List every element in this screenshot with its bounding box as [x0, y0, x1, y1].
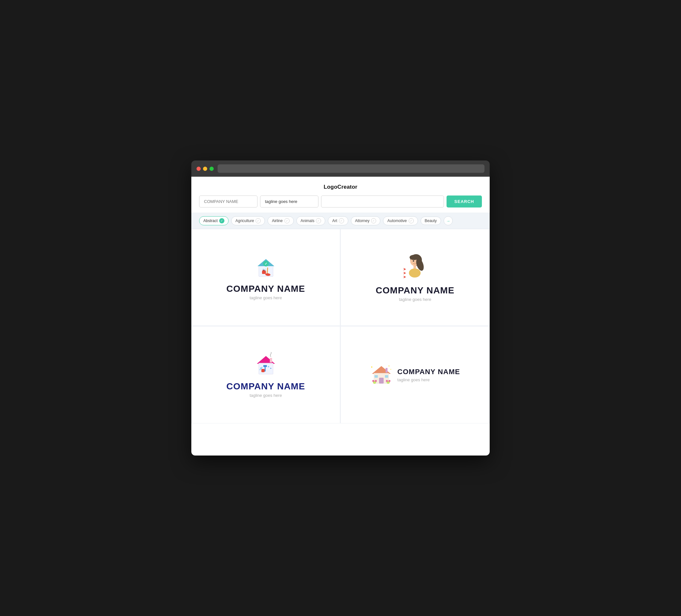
- svg-point-14: [409, 255, 419, 260]
- svg-rect-26: [261, 369, 264, 372]
- svg-rect-25: [263, 365, 267, 367]
- svg-marker-32: [372, 366, 391, 374]
- logo4-company-name: COMPANY NAME: [397, 368, 460, 376]
- maximize-button[interactable]: [209, 166, 214, 171]
- close-button[interactable]: [197, 166, 201, 171]
- category-chip-animals[interactable]: Animals ✓: [296, 216, 326, 225]
- browser-chrome: [191, 160, 490, 177]
- logo4-text-block: COMPANY NAME tagline goes here: [397, 368, 460, 382]
- app-title: LogoCreator: [191, 177, 490, 196]
- logo4-tagline: tagline goes here: [397, 377, 460, 382]
- agriculture-label: Agriculture: [235, 219, 254, 223]
- window-controls: [197, 166, 214, 171]
- svg-text:➤: ➤: [403, 271, 406, 275]
- logo-card-2[interactable]: ➤ ➤ ➤ COMPANY NAME tagline goes here: [340, 229, 490, 326]
- svg-point-42: [386, 380, 388, 382]
- automotive-check-icon: ✓: [409, 218, 414, 223]
- category-bar: Abstract ✓ Agriculture ✓ Airline ✓ Anima…: [191, 213, 490, 229]
- category-chip-art[interactable]: Art ✓: [328, 216, 348, 225]
- svg-point-15: [413, 260, 414, 262]
- svg-rect-35: [379, 378, 384, 384]
- abstract-check-icon: ✓: [219, 218, 224, 223]
- search-bar: SEARCH: [191, 196, 490, 207]
- category-chip-airline[interactable]: Airline ✓: [268, 216, 294, 225]
- svg-point-31: [270, 368, 271, 369]
- svg-rect-37: [385, 375, 388, 378]
- logo1-company-name: COMPANY NAME: [226, 284, 305, 294]
- svg-point-30: [268, 366, 269, 367]
- svg-rect-36: [375, 375, 378, 378]
- category-chip-abstract[interactable]: Abstract ✓: [199, 216, 229, 225]
- svg-point-10: [265, 268, 266, 269]
- svg-rect-23: [270, 358, 272, 362]
- svg-text:✦: ✦: [388, 365, 390, 367]
- svg-marker-21: [257, 356, 275, 364]
- minimize-button[interactable]: [203, 166, 207, 171]
- tagline-input[interactable]: [260, 196, 319, 207]
- category-chip-automotive[interactable]: Automotive ✓: [383, 216, 418, 225]
- abstract-label: Abstract: [203, 219, 218, 223]
- svg-text:✦: ✦: [371, 366, 373, 369]
- svg-point-43: [388, 380, 390, 382]
- svg-point-29: [261, 367, 263, 368]
- logo3-tagline: tagline goes here: [250, 393, 282, 398]
- address-bar[interactable]: [218, 164, 484, 173]
- svg-rect-17: [413, 265, 416, 268]
- browser-window: LogoCreator SEARCH Abstract ✓ Agricultur…: [191, 160, 490, 456]
- svg-text:✓: ✓: [264, 262, 267, 265]
- beauty-label: Beauty: [425, 219, 437, 223]
- logo3-icon: [253, 352, 279, 378]
- art-check-icon: ✓: [339, 218, 344, 223]
- extra-input[interactable]: [321, 196, 444, 207]
- logo4-icon: ✦ ✦ ✦: [370, 363, 393, 386]
- automotive-label: Automotive: [387, 219, 407, 223]
- airline-check-icon: ✓: [284, 218, 289, 223]
- airline-label: Airline: [272, 219, 282, 223]
- animals-label: Animals: [301, 219, 314, 223]
- logo-card-4[interactable]: ✦ ✦ ✦ COMPANY NAME tagline goes here: [340, 326, 490, 424]
- svg-point-8: [263, 270, 265, 271]
- category-chip-agriculture[interactable]: Agriculture ✓: [231, 216, 265, 225]
- logo2-icon: ➤ ➤ ➤: [401, 253, 430, 282]
- animals-check-icon: ✓: [316, 218, 321, 223]
- logo1-icon: ✓: [253, 255, 279, 280]
- svg-point-39: [372, 380, 374, 382]
- svg-rect-6: [262, 271, 266, 274]
- logo3-company-name: COMPANY NAME: [226, 381, 305, 392]
- svg-text:➤: ➤: [403, 275, 406, 279]
- svg-point-28: [259, 369, 261, 370]
- categories-next-button[interactable]: →: [444, 216, 453, 225]
- logo2-company-name: COMPANY NAME: [376, 285, 455, 296]
- svg-point-9: [263, 269, 263, 270]
- attorney-label: Attorney: [355, 219, 370, 223]
- search-button[interactable]: SEARCH: [447, 196, 482, 207]
- attorney-check-icon: ✓: [371, 218, 376, 223]
- svg-text:➤: ➤: [403, 267, 406, 271]
- svg-text:✦: ✦: [390, 368, 392, 370]
- logo-card-3[interactable]: COMPANY NAME tagline goes here: [191, 326, 340, 424]
- svg-rect-33: [385, 368, 387, 373]
- logo-grid: ✓ COMPANY NAME taglin: [191, 229, 490, 424]
- company-name-input[interactable]: [199, 196, 257, 207]
- logo1-tagline: tagline goes here: [250, 296, 282, 300]
- app-content: LogoCreator SEARCH Abstract ✓ Agricultur…: [191, 177, 490, 456]
- art-label: Art: [332, 219, 337, 223]
- category-chip-beauty[interactable]: Beauty: [421, 216, 441, 225]
- category-chip-attorney[interactable]: Attorney ✓: [351, 216, 381, 225]
- svg-point-16: [409, 268, 421, 278]
- logo-card-1[interactable]: ✓ COMPANY NAME taglin: [191, 229, 340, 326]
- agriculture-check-icon: ✓: [255, 218, 261, 223]
- logo2-tagline: tagline goes here: [399, 297, 431, 302]
- svg-point-40: [375, 380, 377, 382]
